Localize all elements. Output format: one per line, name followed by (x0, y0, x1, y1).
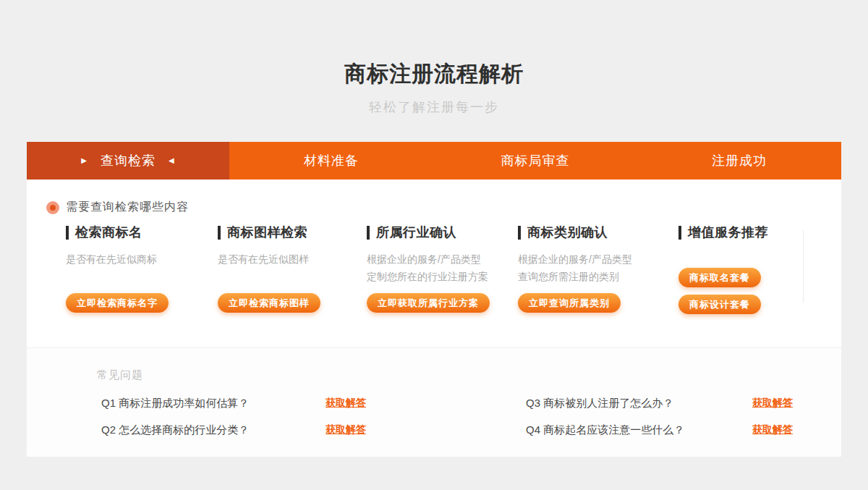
tab-label: 商标局审查 (501, 152, 570, 169)
tab-query-search[interactable]: ▶ 查询检索 ◀ (27, 142, 229, 179)
faq-item: Q1 商标注册成功率如何估算？ 获取解答 (101, 396, 366, 410)
column-title: 增值服务推荐 (678, 226, 841, 240)
page-title: 商标注册流程解析 (0, 59, 868, 89)
faq-question: Q2 怎么选择商标的行业分类？ (101, 423, 249, 437)
column-description: 是否有在先近似图样 (218, 250, 367, 268)
tab-label: 材料准备 (304, 152, 359, 169)
design-package-button[interactable]: 商标设计套餐 (678, 295, 761, 314)
column-industry-confirm: 所属行业确认 根据企业的服务/产品类型 定制您所在的行业注册方案 立即获取所属行… (367, 226, 518, 342)
faq-item: Q4 商标起名应该注意一些什么？ 获取解答 (526, 423, 793, 437)
column-title: 检索商标名 (66, 226, 218, 240)
column-title: 所属行业确认 (367, 226, 518, 240)
column-description: 根据企业的服务/产品类型 定制您所在的行业注册方案 (367, 250, 518, 285)
column-category-confirm: 商标类别确认 根据企业的服务/产品类型 查询您所需注册的类别 立即查询所属类别 (518, 226, 678, 342)
description-line: 根据企业的服务/产品类型 (367, 250, 518, 268)
column-title: 商标图样检索 (218, 226, 367, 240)
page-header: 商标注册流程解析 轻松了解注册每一步 (0, 0, 868, 116)
faq-answer-link[interactable]: 获取解答 (752, 423, 793, 436)
faq-answer-link[interactable]: 获取解答 (752, 397, 793, 410)
column-list: 检索商标名 是否有在先近似商标 立即检索商标名字 商标图样检索 是否有在先近似图… (66, 226, 841, 342)
faq-question: Q1 商标注册成功率如何估算？ (101, 397, 249, 410)
page-subtitle: 轻松了解注册每一步 (0, 98, 868, 116)
column-value-added-services: 增值服务推荐 商标取名套餐 商标设计套餐 (678, 226, 841, 342)
faq-heading: 常见问题 (97, 368, 143, 382)
faq-column-right: Q3 商标被别人注册了怎么办？ 获取解答 Q4 商标起名应该注意一些什么？ 获取… (526, 396, 793, 449)
section-bullet-icon (46, 201, 59, 214)
section-header: 需要查询检索哪些内容 (46, 200, 189, 215)
faq-item: Q3 商标被别人注册了怎么办？ 获取解答 (526, 396, 793, 410)
query-search-panel: 需要查询检索哪些内容 检索商标名 是否有在先近似商标 立即检索商标名字 商标图样… (27, 179, 841, 347)
faq-grid: Q1 商标注册成功率如何估算？ 获取解答 Q2 怎么选择商标的行业分类？ 获取解… (101, 396, 793, 449)
description-line: 查询您所需注册的类别 (518, 268, 678, 285)
search-name-button[interactable]: 立即检索商标名字 (66, 293, 169, 313)
faq-question: Q3 商标被别人注册了怎么办？ (526, 397, 673, 410)
naming-package-button[interactable]: 商标取名套餐 (678, 268, 761, 287)
description-line: 是否有在先近似图样 (218, 250, 367, 268)
column-description: 是否有在先近似商标 (66, 250, 218, 268)
section-heading: 需要查询检索哪些内容 (66, 200, 189, 215)
column-search-name: 检索商标名 是否有在先近似商标 立即检索商标名字 (66, 226, 218, 342)
faq-item: Q2 怎么选择商标的行业分类？ 获取解答 (101, 423, 366, 437)
column-title: 商标类别确认 (518, 226, 678, 240)
faq-answer-link[interactable]: 获取解答 (326, 423, 366, 436)
search-image-button[interactable]: 立即检索商标图样 (218, 293, 320, 313)
arrow-right-icon: ▶ (81, 157, 88, 164)
description-line: 根据企业的服务/产品类型 (518, 250, 678, 268)
tab-label: 注册成功 (712, 152, 767, 169)
column-description: 根据企业的服务/产品类型 查询您所需注册的类别 (518, 250, 678, 285)
vertical-divider (803, 230, 804, 303)
faq-column-left: Q1 商标注册成功率如何估算？ 获取解答 Q2 怎么选择商标的行业分类？ 获取解… (101, 396, 366, 449)
industry-plan-button[interactable]: 立即获取所属行业方案 (367, 293, 490, 313)
arrow-left-icon: ◀ (169, 157, 175, 164)
tab-registration-success[interactable]: 注册成功 (637, 142, 841, 179)
tab-material-preparation[interactable]: 材料准备 (229, 142, 433, 179)
faq-question: Q4 商标起名应该注意一些什么？ (526, 423, 684, 437)
category-query-button[interactable]: 立即查询所属类别 (518, 293, 621, 313)
content-card: ▶ 查询检索 ◀ 材料准备 商标局审查 注册成功 需要查询检索哪些内容 检索商标… (27, 142, 841, 457)
faq-answer-link[interactable]: 获取解答 (326, 397, 366, 410)
column-search-image: 商标图样检索 是否有在先近似图样 立即检索商标图样 (218, 226, 367, 342)
process-tabbar: ▶ 查询检索 ◀ 材料准备 商标局审查 注册成功 (27, 142, 841, 179)
faq-section: 常见问题 Q1 商标注册成功率如何估算？ 获取解答 Q2 怎么选择商标的行业分类… (27, 347, 841, 457)
description-line: 定制您所在的行业注册方案 (367, 268, 518, 285)
tab-trademark-office-review[interactable]: 商标局审查 (433, 142, 637, 179)
description-line: 是否有在先近似商标 (66, 250, 218, 268)
tab-label: 查询检索 (101, 152, 156, 169)
